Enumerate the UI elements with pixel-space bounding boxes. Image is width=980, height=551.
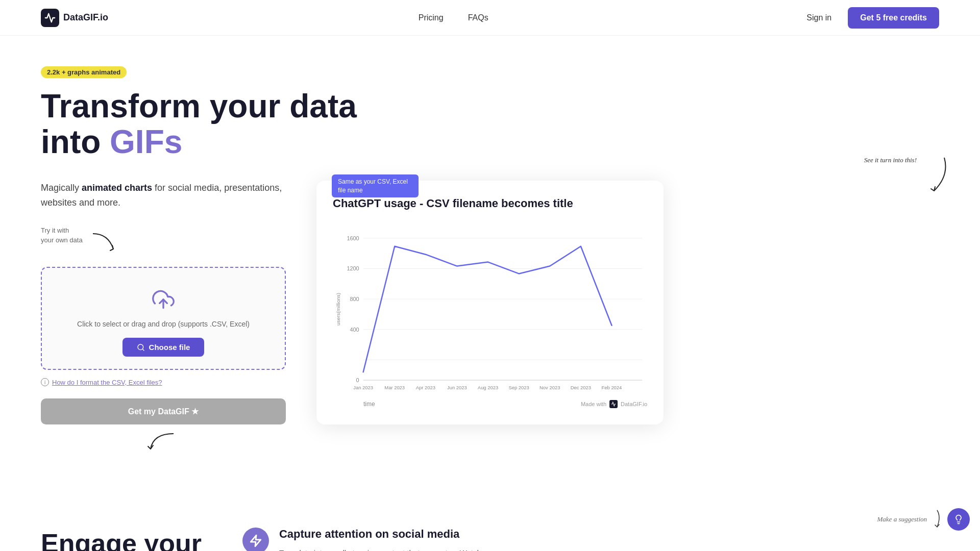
hero-description: Magically animated charts for social med… <box>41 181 286 210</box>
suggestion-arrow-icon <box>931 509 943 530</box>
hero-title-gif: GIFs <box>110 123 182 160</box>
x-tick-nov: Nov 2023 <box>540 385 560 390</box>
search-icon <box>137 343 145 352</box>
watermark-text: Made with <box>581 401 606 407</box>
x-tick-feb: Feb 2024 <box>602 385 622 390</box>
feature-content: Capture attention on social media Turn d… <box>279 528 524 551</box>
arrow-to-button <box>143 429 184 454</box>
pricing-link[interactable]: Pricing <box>419 13 444 22</box>
get-gif-button[interactable]: Get my DataGIF ★ <box>41 398 286 424</box>
hero-left: Magically animated charts for social med… <box>41 181 286 457</box>
suggestion-widget: Make a suggestion <box>877 508 970 531</box>
x-tick-aug: Aug 2023 <box>478 385 498 390</box>
watermark-logo-icon <box>609 400 618 408</box>
feature-card: Capture attention on social media Turn d… <box>242 528 524 551</box>
nav-actions: Sign in Get 5 free credits <box>798 7 939 29</box>
line-chart: users(millions) 1600 1200 800 400 <box>333 222 647 396</box>
get-credits-button[interactable]: Get 5 free credits <box>848 7 939 29</box>
nav-links: Pricing FAQs <box>419 13 488 22</box>
suggestion-button[interactable] <box>947 508 970 531</box>
bottom-section: Engage youraudience... Capture attention… <box>0 497 980 551</box>
brand-name: DataGIF.io <box>63 12 108 23</box>
try-label: Try it withyour own data <box>41 226 83 244</box>
logo-icon <box>41 9 59 27</box>
sign-in-button[interactable]: Sign in <box>798 9 840 27</box>
y-tick-1200: 1200 <box>347 265 359 271</box>
stats-badge: 2.2k + graphs animated <box>41 66 127 78</box>
svg-marker-9 <box>251 536 261 547</box>
faqs-link[interactable]: FAQs <box>468 13 488 22</box>
y-axis-label: users(millions) <box>335 293 341 325</box>
see-it-annotation: See it turn into this! <box>864 155 949 196</box>
hero-section: 2.2k + graphs animated Transform your da… <box>0 36 980 477</box>
feature-icon-wrap <box>242 528 269 551</box>
brand-logo[interactable]: DataGIF.io <box>41 9 108 27</box>
engage-title: Engage youraudience... <box>41 528 202 551</box>
y-tick-0: 0 <box>356 377 359 383</box>
feature-description: Turn data into scroll-stopping content t… <box>279 547 524 551</box>
watermark-brand: DataGIF.io <box>621 401 647 407</box>
lightning-icon <box>249 534 262 547</box>
hero-chart-area: Same as your CSV, Excel file name See it… <box>316 181 939 424</box>
upload-dropzone[interactable]: Click to select or drag and drop (suppor… <box>41 267 286 370</box>
x-axis-label: time <box>363 400 375 408</box>
chart-area: users(millions) 1600 1200 800 400 <box>333 222 647 396</box>
arrow-curved-down <box>88 231 118 257</box>
try-label-container: Try it withyour own data <box>41 226 286 263</box>
choose-file-label: Choose file <box>149 343 190 352</box>
lightbulb-icon <box>953 514 964 524</box>
x-tick-sep: Sep 2023 <box>508 385 529 390</box>
choose-file-button[interactable]: Choose file <box>122 338 205 357</box>
y-tick-1600: 1600 <box>347 235 359 241</box>
format-help: i How do I format the CSV, Excel files? <box>41 378 286 386</box>
y-tick-400: 400 <box>350 326 359 332</box>
y-tick-800: 800 <box>350 296 359 302</box>
line-chart-path <box>363 246 612 372</box>
svg-line-2 <box>142 349 144 350</box>
see-it-text: See it turn into this! <box>864 155 917 165</box>
button-arrow-area <box>41 429 286 456</box>
chart-title: ChatGPT usage - CSV filename becomes tit… <box>333 197 647 210</box>
navbar: DataGIF.io Pricing FAQs Sign in Get 5 fr… <box>0 0 980 36</box>
hero-title: Transform your data into GIFs <box>41 88 398 160</box>
format-link[interactable]: How do I format the CSV, Excel files? <box>52 379 162 386</box>
x-tick-apr: Apr 2023 <box>416 385 435 390</box>
chart-watermark: Made with DataGIF.io <box>581 400 647 408</box>
chart-card: ChatGPT usage - CSV filename becomes tit… <box>316 181 664 424</box>
annotation-bubble: Same as your CSV, Excel file name <box>332 174 419 198</box>
suggestion-label: Make a suggestion <box>877 515 927 523</box>
info-icon: i <box>41 378 49 386</box>
x-tick-jan: Jan 2023 <box>353 385 373 390</box>
x-tick-jun: Jun 2023 <box>447 385 467 390</box>
curved-arrow-right <box>919 155 949 196</box>
x-tick-dec: Dec 2023 <box>571 385 591 390</box>
engage-left: Engage youraudience... <box>41 528 202 551</box>
feature-title: Capture attention on social media <box>279 528 524 541</box>
upload-icon <box>54 288 273 313</box>
hero-desc-bold: animated charts <box>82 183 152 193</box>
x-tick-mar: Mar 2023 <box>384 385 405 390</box>
upload-instructions: Click to select or drag and drop (suppor… <box>54 319 273 330</box>
hero-title-text: Transform your data into <box>41 88 357 160</box>
